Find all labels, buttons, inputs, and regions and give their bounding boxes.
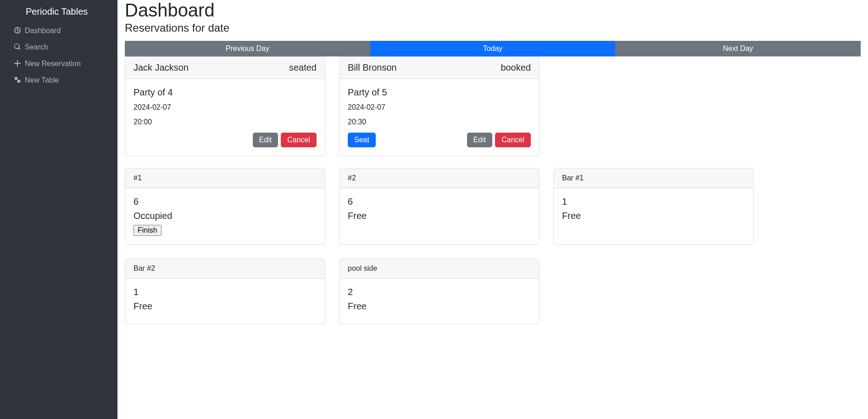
table-capacity: 1 <box>134 287 317 297</box>
sidebar-brand[interactable]: Periodic Tables <box>0 5 117 22</box>
reservation-status: booked <box>501 62 531 73</box>
table-status: Free <box>562 211 745 221</box>
table-capacity: 6 <box>348 196 531 207</box>
table-name: #1 <box>134 174 142 182</box>
sidebar-item-label: New Reservation <box>25 60 81 67</box>
tables-list: #16OccupiedFinish#26FreeBar #11FreeBar #… <box>125 168 861 324</box>
reservation-name: Bill Bronson <box>348 62 397 73</box>
previous-day-button[interactable]: Previous Day <box>125 41 370 56</box>
table-card-body: 6OccupiedFinish <box>125 188 325 244</box>
reservation-card-header: Jack Jacksonseated <box>125 57 325 79</box>
table-card-header: #1 <box>125 168 325 188</box>
reservation-party: Party of 5 <box>348 87 531 98</box>
sidebar-item-dashboard[interactable]: Dashboard <box>7 22 110 39</box>
seat-button[interactable]: Seat <box>348 133 376 147</box>
sidebar-item-label: Search <box>25 43 48 51</box>
layers-icon <box>14 76 21 85</box>
sidebar: Periodic Tables Dashboard Search New Res… <box>0 0 117 419</box>
main-content: Dashboard Reservations for date Previous… <box>117 0 868 419</box>
reservation-name: Jack Jackson <box>134 62 189 73</box>
reservation-date: 2024-02-07 <box>134 103 317 112</box>
reservation-party: Party of 4 <box>134 87 317 98</box>
table-card-body: 2Free <box>339 279 539 324</box>
table-status: Free <box>348 301 531 312</box>
reservation-card-body: Party of 42024-02-0720:00EditCancel <box>125 79 325 156</box>
table-card: Bar #21Free <box>125 258 325 324</box>
table-card: Bar #11Free <box>553 168 754 245</box>
dashboard-icon <box>14 27 21 36</box>
table-card: #26Free <box>339 168 540 245</box>
table-name: Bar #1 <box>562 174 584 182</box>
table-card-header: Bar #1 <box>554 168 753 188</box>
sidebar-item-search[interactable]: Search <box>7 39 110 56</box>
reservation-card-body: Party of 52024-02-0720:30SeatEditCancel <box>339 79 539 156</box>
table-capacity: 6 <box>134 196 317 207</box>
reservation-time: 20:30 <box>348 118 531 126</box>
page-title: Dashboard <box>125 0 861 21</box>
reservation-status: seated <box>289 62 317 73</box>
reservation-actions: EditCancel <box>134 133 317 147</box>
today-button[interactable]: Today <box>370 41 616 56</box>
sidebar-item-label: New Table <box>25 76 59 84</box>
table-status: Free <box>348 211 531 221</box>
page-subtitle: Reservations for date <box>125 22 861 34</box>
table-status: Free <box>134 301 317 312</box>
edit-button[interactable]: Edit <box>253 133 278 147</box>
table-card-body: 6Free <box>339 188 539 233</box>
cancel-button[interactable]: Cancel <box>281 133 317 147</box>
table-card-header: Bar #2 <box>125 259 325 279</box>
next-day-button[interactable]: Next Day <box>615 41 861 56</box>
plus-icon <box>14 60 21 69</box>
finish-button[interactable]: Finish <box>134 225 161 236</box>
sidebar-nav: Dashboard Search New Reservation New Tab… <box>0 22 117 89</box>
table-name: Bar #2 <box>134 264 155 273</box>
table-name: pool side <box>348 264 377 273</box>
table-card-body: 1Free <box>125 279 325 324</box>
edit-button[interactable]: Edit <box>467 133 493 147</box>
reservation-card: Jack JacksonseatedParty of 42024-02-0720… <box>125 56 325 156</box>
table-card-body: 1Free <box>554 188 753 233</box>
table-card: pool side2Free <box>339 258 540 324</box>
table-capacity: 1 <box>562 196 745 207</box>
reservation-actions: SeatEditCancel <box>348 133 531 147</box>
table-capacity: 2 <box>348 287 531 297</box>
table-name: #2 <box>348 174 356 182</box>
table-card-header: pool side <box>339 259 539 279</box>
search-icon <box>14 43 21 52</box>
table-card-header: #2 <box>339 168 539 188</box>
reservation-card: Bill BronsonbookedParty of 52024-02-0720… <box>339 56 540 156</box>
table-status: Occupied <box>134 211 317 221</box>
sidebar-item-new-reservation[interactable]: New Reservation <box>7 56 110 72</box>
table-card: #16OccupiedFinish <box>125 168 325 245</box>
day-nav: Previous Day Today Next Day <box>125 41 861 56</box>
cancel-button[interactable]: Cancel <box>495 133 531 147</box>
reservation-time: 20:00 <box>134 118 317 126</box>
sidebar-item-new-table[interactable]: New Table <box>7 72 110 89</box>
reservations-list: Jack JacksonseatedParty of 42024-02-0720… <box>125 56 861 156</box>
reservation-card-header: Bill Bronsonbooked <box>339 57 539 79</box>
sidebar-item-label: Dashboard <box>25 27 61 34</box>
reservation-date: 2024-02-07 <box>348 103 531 112</box>
